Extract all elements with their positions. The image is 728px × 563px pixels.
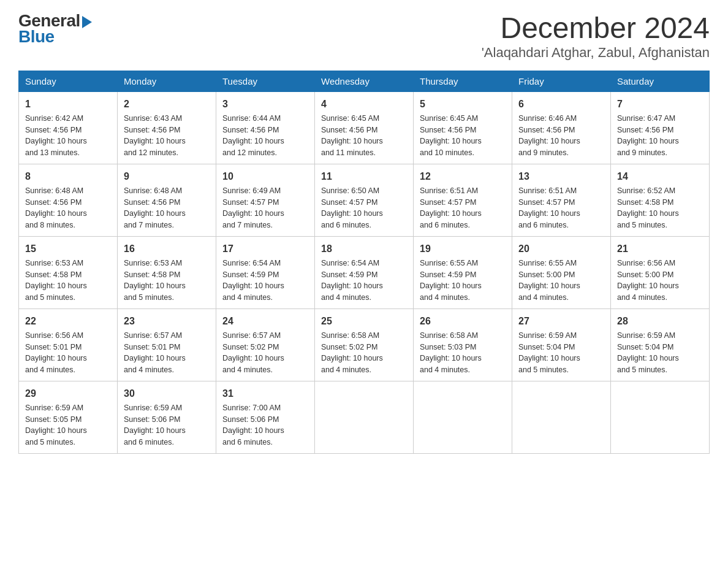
day-info: Sunrise: 6:42 AMSunset: 4:56 PMDaylight:… [25, 113, 111, 159]
weekday-header-friday: Friday [512, 71, 611, 91]
calendar-day-cell: 31Sunrise: 7:00 AMSunset: 5:06 PMDayligh… [216, 381, 315, 453]
day-info: Sunrise: 6:54 AMSunset: 4:59 PMDaylight:… [321, 258, 407, 304]
day-number: 5 [420, 97, 506, 112]
calendar-week-row: 15Sunrise: 6:53 AMSunset: 4:58 PMDayligh… [19, 236, 710, 308]
day-number: 25 [321, 314, 407, 329]
weekday-header-thursday: Thursday [414, 71, 512, 91]
day-info: Sunrise: 6:44 AMSunset: 4:56 PMDaylight:… [222, 113, 308, 159]
calendar-day-cell: 18Sunrise: 6:54 AMSunset: 4:59 PMDayligh… [315, 236, 414, 308]
day-number: 12 [420, 169, 506, 184]
calendar-day-cell: 23Sunrise: 6:57 AMSunset: 5:01 PMDayligh… [118, 308, 216, 381]
day-info: Sunrise: 6:59 AMSunset: 5:04 PMDaylight:… [518, 330, 604, 376]
day-number: 7 [617, 97, 703, 112]
day-info: Sunrise: 6:59 AMSunset: 5:04 PMDaylight:… [617, 330, 703, 376]
calendar-day-cell: 26Sunrise: 6:58 AMSunset: 5:03 PMDayligh… [414, 308, 512, 381]
day-info: Sunrise: 6:57 AMSunset: 5:02 PMDaylight:… [222, 330, 308, 376]
day-number: 29 [25, 386, 111, 401]
day-number: 28 [617, 314, 703, 329]
location-title: 'Alaqahdari Atghar, Zabul, Afghanistan [482, 45, 710, 61]
calendar-day-cell: 4Sunrise: 6:45 AMSunset: 4:56 PMDaylight… [315, 91, 414, 164]
day-info: Sunrise: 6:47 AMSunset: 4:56 PMDaylight:… [617, 113, 703, 159]
calendar-day-cell: 19Sunrise: 6:55 AMSunset: 4:59 PMDayligh… [414, 236, 512, 308]
calendar-day-cell: 22Sunrise: 6:56 AMSunset: 5:01 PMDayligh… [19, 308, 118, 381]
calendar-day-cell: 9Sunrise: 6:48 AMSunset: 4:56 PMDaylight… [118, 164, 216, 236]
day-info: Sunrise: 6:56 AMSunset: 5:01 PMDaylight:… [25, 330, 111, 376]
day-number: 8 [25, 169, 111, 184]
calendar-day-cell: 17Sunrise: 6:54 AMSunset: 4:59 PMDayligh… [216, 236, 315, 308]
logo: General Blue [18, 12, 92, 45]
calendar-day-cell [611, 381, 710, 453]
calendar-day-cell: 3Sunrise: 6:44 AMSunset: 4:56 PMDaylight… [216, 91, 315, 164]
day-info: Sunrise: 6:59 AMSunset: 5:06 PMDaylight:… [124, 402, 210, 448]
calendar-day-cell [414, 381, 512, 453]
day-number: 19 [420, 242, 506, 256]
calendar-day-cell: 28Sunrise: 6:59 AMSunset: 5:04 PMDayligh… [611, 308, 710, 381]
day-info: Sunrise: 6:46 AMSunset: 4:56 PMDaylight:… [518, 113, 604, 159]
logo-blue-text: Blue [18, 28, 55, 45]
day-number: 9 [124, 169, 210, 184]
calendar-day-cell: 2Sunrise: 6:43 AMSunset: 4:56 PMDaylight… [118, 91, 216, 164]
page-header: General Blue December 2024 'Alaqahdari A… [18, 12, 710, 61]
calendar-table: SundayMondayTuesdayWednesdayThursdayFrid… [18, 71, 710, 454]
day-info: Sunrise: 6:50 AMSunset: 4:57 PMDaylight:… [321, 185, 407, 231]
day-info: Sunrise: 6:55 AMSunset: 5:00 PMDaylight:… [518, 258, 604, 304]
calendar-day-cell: 30Sunrise: 6:59 AMSunset: 5:06 PMDayligh… [118, 381, 216, 453]
day-number: 1 [25, 97, 111, 112]
calendar-day-cell: 12Sunrise: 6:51 AMSunset: 4:57 PMDayligh… [414, 164, 512, 236]
day-info: Sunrise: 6:52 AMSunset: 4:58 PMDaylight:… [617, 185, 703, 231]
day-number: 22 [25, 314, 111, 329]
day-number: 2 [124, 97, 210, 112]
calendar-day-cell: 5Sunrise: 6:45 AMSunset: 4:56 PMDaylight… [414, 91, 512, 164]
day-number: 27 [518, 314, 604, 329]
day-number: 14 [617, 169, 703, 184]
day-number: 23 [124, 314, 210, 329]
weekday-header-sunday: Sunday [19, 71, 118, 91]
calendar-day-cell: 27Sunrise: 6:59 AMSunset: 5:04 PMDayligh… [512, 308, 611, 381]
day-number: 26 [420, 314, 506, 329]
day-number: 20 [518, 242, 604, 256]
calendar-day-cell: 25Sunrise: 6:58 AMSunset: 5:02 PMDayligh… [315, 308, 414, 381]
day-info: Sunrise: 6:54 AMSunset: 4:59 PMDaylight:… [222, 258, 308, 304]
weekday-header-monday: Monday [118, 71, 216, 91]
day-info: Sunrise: 6:48 AMSunset: 4:56 PMDaylight:… [25, 185, 111, 231]
calendar-day-cell: 13Sunrise: 6:51 AMSunset: 4:57 PMDayligh… [512, 164, 611, 236]
day-number: 31 [222, 386, 308, 401]
day-info: Sunrise: 6:58 AMSunset: 5:02 PMDaylight:… [321, 330, 407, 376]
weekday-header-saturday: Saturday [611, 71, 710, 91]
day-info: Sunrise: 6:45 AMSunset: 4:56 PMDaylight:… [321, 113, 407, 159]
day-info: Sunrise: 6:57 AMSunset: 5:01 PMDaylight:… [124, 330, 210, 376]
calendar-week-row: 8Sunrise: 6:48 AMSunset: 4:56 PMDaylight… [19, 164, 710, 236]
month-title: December 2024 [482, 12, 710, 45]
calendar-day-cell: 14Sunrise: 6:52 AMSunset: 4:58 PMDayligh… [611, 164, 710, 236]
day-info: Sunrise: 6:43 AMSunset: 4:56 PMDaylight:… [124, 113, 210, 159]
calendar-week-row: 1Sunrise: 6:42 AMSunset: 4:56 PMDaylight… [19, 91, 710, 164]
day-number: 21 [617, 242, 703, 256]
day-number: 13 [518, 169, 604, 184]
title-section: December 2024 'Alaqahdari Atghar, Zabul,… [482, 12, 710, 61]
day-info: Sunrise: 7:00 AMSunset: 5:06 PMDaylight:… [222, 402, 308, 448]
calendar-week-row: 29Sunrise: 6:59 AMSunset: 5:05 PMDayligh… [19, 381, 710, 453]
day-info: Sunrise: 6:55 AMSunset: 4:59 PMDaylight:… [420, 258, 506, 304]
calendar-day-cell: 21Sunrise: 6:56 AMSunset: 5:00 PMDayligh… [611, 236, 710, 308]
calendar-day-cell: 15Sunrise: 6:53 AMSunset: 4:58 PMDayligh… [19, 236, 118, 308]
day-info: Sunrise: 6:53 AMSunset: 4:58 PMDaylight:… [25, 258, 111, 304]
day-number: 16 [124, 242, 210, 256]
day-number: 3 [222, 97, 308, 112]
calendar-day-cell [512, 381, 611, 453]
weekday-header-wednesday: Wednesday [315, 71, 414, 91]
day-info: Sunrise: 6:48 AMSunset: 4:56 PMDaylight:… [124, 185, 210, 231]
day-info: Sunrise: 6:51 AMSunset: 4:57 PMDaylight:… [420, 185, 506, 231]
calendar-day-cell: 10Sunrise: 6:49 AMSunset: 4:57 PMDayligh… [216, 164, 315, 236]
calendar-day-cell: 1Sunrise: 6:42 AMSunset: 4:56 PMDaylight… [19, 91, 118, 164]
calendar-day-cell: 8Sunrise: 6:48 AMSunset: 4:56 PMDaylight… [19, 164, 118, 236]
calendar-day-cell: 7Sunrise: 6:47 AMSunset: 4:56 PMDaylight… [611, 91, 710, 164]
calendar-day-cell: 6Sunrise: 6:46 AMSunset: 4:56 PMDaylight… [512, 91, 611, 164]
day-number: 24 [222, 314, 308, 329]
day-number: 10 [222, 169, 308, 184]
day-number: 18 [321, 242, 407, 256]
day-number: 11 [321, 169, 407, 184]
day-info: Sunrise: 6:59 AMSunset: 5:05 PMDaylight:… [25, 402, 111, 448]
weekday-header-row: SundayMondayTuesdayWednesdayThursdayFrid… [19, 71, 710, 91]
day-info: Sunrise: 6:45 AMSunset: 4:56 PMDaylight:… [420, 113, 506, 159]
calendar-day-cell: 11Sunrise: 6:50 AMSunset: 4:57 PMDayligh… [315, 164, 414, 236]
